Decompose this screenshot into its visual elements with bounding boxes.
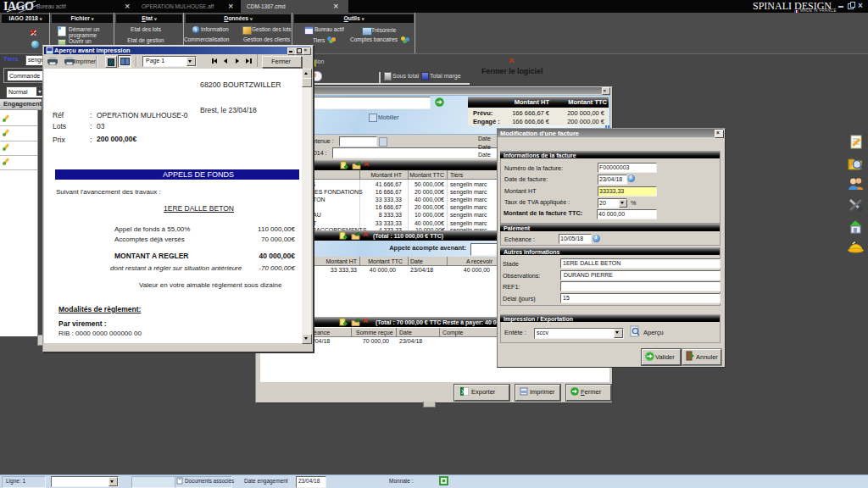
svg-text:X: X xyxy=(461,388,466,396)
